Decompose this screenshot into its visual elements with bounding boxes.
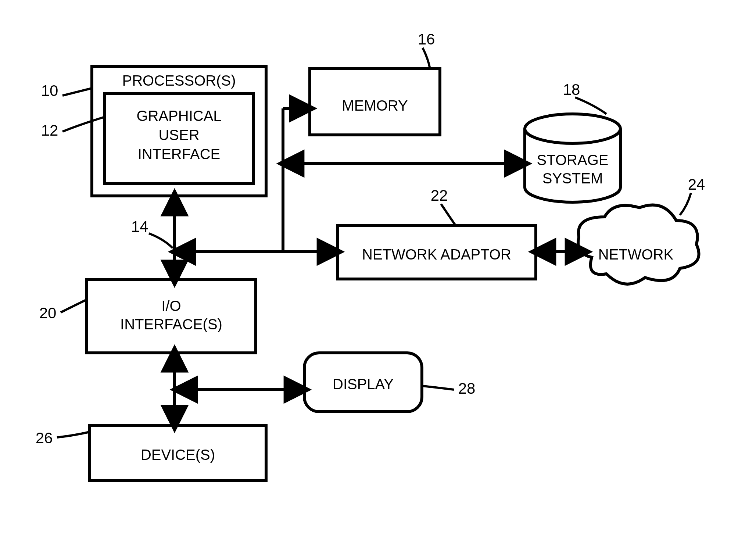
devices-title: DEVICE(S) — [141, 447, 215, 463]
gui-line2: USER — [158, 127, 199, 143]
lead-26 — [57, 432, 90, 437]
ref-24: 24 — [688, 176, 705, 193]
lead-16 — [423, 48, 430, 69]
ref-14: 14 — [131, 218, 148, 235]
lead-28 — [423, 386, 454, 390]
lead-14 — [149, 233, 173, 248]
network-title: NETWORK — [598, 246, 674, 262]
storage-cylinder: STORAGE SYSTEM — [525, 114, 620, 202]
ref-12: 12 — [41, 122, 58, 139]
ref-18: 18 — [563, 81, 580, 98]
io-line2: INTERFACE(S) — [120, 316, 222, 332]
lead-24 — [680, 193, 691, 215]
lead-10 — [62, 88, 92, 96]
processor-title: PROCESSOR(S) — [122, 72, 236, 89]
devices-box: DEVICE(S) — [90, 425, 266, 480]
lead-18 — [575, 97, 606, 114]
ref-26: 26 — [36, 429, 53, 447]
memory-box: MEMORY — [310, 69, 440, 135]
ref-22: 22 — [431, 187, 448, 204]
gui-line3: INTERFACE — [138, 146, 220, 162]
gui-box: GRAPHICAL USER INTERFACE — [105, 94, 253, 184]
lead-20 — [61, 300, 87, 312]
display-title: DISPLAY — [333, 376, 394, 392]
network-cloud: NETWORK — [578, 205, 699, 284]
ref-16: 16 — [418, 31, 435, 48]
gui-line1: GRAPHICAL — [136, 108, 221, 124]
ref-20: 20 — [39, 304, 57, 322]
memory-title: MEMORY — [342, 97, 408, 114]
io-line1: I/O — [161, 298, 181, 314]
storage-line1: STORAGE — [537, 152, 609, 168]
network-adaptor-title: NETWORK ADAPTOR — [362, 246, 511, 262]
ref-28: 28 — [458, 380, 476, 397]
ref-10: 10 — [41, 82, 58, 99]
svg-point-3 — [525, 114, 620, 143]
storage-line2: SYSTEM — [542, 170, 603, 186]
network-adaptor-box: NETWORK ADAPTOR — [337, 226, 536, 279]
lead-12 — [62, 117, 105, 132]
lead-22 — [441, 204, 456, 226]
display-box: DISPLAY — [304, 353, 422, 412]
io-box: I/O INTERFACE(S) — [87, 279, 256, 353]
